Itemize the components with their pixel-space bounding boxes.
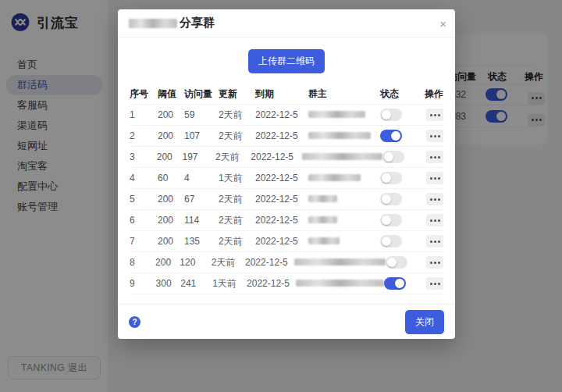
cell-expires: 2022-12-5 xyxy=(255,130,308,141)
toggle-knob xyxy=(382,237,391,246)
cell-owner xyxy=(308,130,380,141)
cell-visits: 241 xyxy=(180,278,212,289)
upload-row: 上传群二维码 xyxy=(118,49,455,73)
row-actions-button[interactable] xyxy=(426,151,443,163)
upload-qr-button[interactable]: 上传群二维码 xyxy=(248,49,325,73)
cell-actions xyxy=(425,172,443,184)
row-actions-button[interactable] xyxy=(426,256,443,269)
cell-index: 2 xyxy=(130,130,158,141)
cell-updated: 1天前 xyxy=(219,172,255,185)
col-header-index: 序号 xyxy=(130,87,158,101)
cell-threshold: 200 xyxy=(158,194,184,205)
cell-owner xyxy=(308,215,380,226)
redacted-owner-name xyxy=(308,111,365,118)
table-row: 9 300 241 1天前 2022-12-5 xyxy=(130,273,443,294)
cell-actions xyxy=(425,235,443,248)
cell-index: 1 xyxy=(130,109,158,120)
row-actions-button[interactable] xyxy=(426,235,443,248)
toggle-knob xyxy=(387,258,397,267)
status-toggle[interactable] xyxy=(380,109,402,121)
status-toggle[interactable] xyxy=(380,172,402,184)
cell-actions xyxy=(426,277,443,290)
cell-status xyxy=(380,235,425,248)
cell-visits: 67 xyxy=(184,194,219,205)
cell-actions xyxy=(425,151,443,163)
cell-owner xyxy=(308,236,380,247)
cell-updated: 2天前 xyxy=(219,193,255,206)
row-actions-button[interactable] xyxy=(426,109,443,121)
cell-expires: 2022-12-5 xyxy=(255,173,308,184)
redacted-owner-name xyxy=(302,153,382,160)
redacted-owner-name xyxy=(308,237,340,244)
modal-title: 分享群 xyxy=(129,16,215,30)
cell-visits: 4 xyxy=(184,173,219,184)
cell-updated: 2天前 xyxy=(219,109,255,122)
ellipsis-icon xyxy=(430,156,432,159)
toggle-knob xyxy=(384,152,393,162)
close-icon[interactable]: × xyxy=(439,17,446,29)
share-group-modal: 分享群 × 上传群二维码 序号 阈值 访问量 更新 到期 群主 状态 操作 1 … xyxy=(118,9,455,339)
cell-owner xyxy=(296,278,384,289)
toggle-knob xyxy=(382,216,391,225)
cell-index: 3 xyxy=(130,151,157,162)
redacted-owner-name xyxy=(296,280,384,287)
modal-table-body: 1 200 59 2天前 2022-12-5 2 200 107 2天前 202… xyxy=(130,105,443,294)
cell-expires: 2022-12-5 xyxy=(247,278,296,289)
row-actions-button[interactable] xyxy=(426,130,443,142)
status-toggle[interactable] xyxy=(380,193,402,205)
col-header-actions: 操作 xyxy=(425,87,443,101)
table-row: 5 200 67 2天前 2022-12-5 xyxy=(130,189,443,210)
redacted-owner-name xyxy=(308,174,361,181)
cell-updated: 2天前 xyxy=(212,256,245,269)
cell-threshold: 300 xyxy=(156,278,181,289)
cell-index: 7 xyxy=(130,236,158,247)
row-actions-button[interactable] xyxy=(426,193,443,205)
cell-expires: 2022-12-5 xyxy=(245,257,294,268)
table-row: 2 200 107 2天前 2022-12-5 xyxy=(130,126,443,147)
table-row: 7 200 135 2天前 2022-12-5 xyxy=(130,231,443,252)
ellipsis-icon xyxy=(430,177,432,180)
cell-actions xyxy=(425,193,443,205)
table-row: 3 200 197 2天前 2022-12-5 xyxy=(130,147,443,168)
modal-title-text: 分享群 xyxy=(180,16,215,30)
cell-visits: 114 xyxy=(184,215,219,226)
cell-index: 8 xyxy=(130,257,155,268)
cell-threshold: 200 xyxy=(157,151,183,162)
cell-index: 9 xyxy=(130,278,156,289)
toggle-knob xyxy=(382,110,391,119)
ellipsis-icon xyxy=(430,198,432,201)
cell-visits: 135 xyxy=(184,236,219,247)
cell-actions xyxy=(425,109,443,121)
status-toggle[interactable] xyxy=(386,256,407,269)
cell-status xyxy=(386,256,426,269)
status-toggle[interactable] xyxy=(380,130,402,142)
cell-updated: 2天前 xyxy=(219,130,255,143)
cell-threshold: 200 xyxy=(158,236,184,247)
cell-visits: 59 xyxy=(184,109,219,120)
modal-header: 分享群 × xyxy=(118,9,455,37)
toggle-knob xyxy=(382,173,391,183)
cell-status xyxy=(380,214,425,226)
table-row: 1 200 59 2天前 2022-12-5 xyxy=(130,105,443,126)
status-toggle[interactable] xyxy=(382,151,404,163)
cell-visits: 197 xyxy=(183,151,215,162)
toggle-knob xyxy=(395,279,404,288)
cell-index: 6 xyxy=(130,215,158,226)
status-toggle[interactable] xyxy=(384,277,406,290)
row-actions-button[interactable] xyxy=(426,172,443,184)
col-header-owner: 群主 xyxy=(308,87,380,101)
cell-expires: 2022-12-5 xyxy=(255,109,308,120)
row-actions-button[interactable] xyxy=(426,214,443,226)
close-button[interactable]: 关闭 xyxy=(405,310,444,334)
table-row: 4 60 4 1天前 2022-12-5 xyxy=(130,168,443,189)
help-icon[interactable]: ? xyxy=(129,316,140,328)
status-toggle[interactable] xyxy=(380,235,402,248)
ellipsis-icon xyxy=(430,219,432,222)
cell-visits: 107 xyxy=(184,130,219,141)
table-row: 8 200 120 2天前 2022-12-5 xyxy=(130,252,443,273)
row-actions-button[interactable] xyxy=(426,277,443,290)
status-toggle[interactable] xyxy=(380,214,402,226)
cell-expires: 2022-12-5 xyxy=(255,215,308,226)
cell-threshold: 200 xyxy=(158,130,184,141)
col-header-updated: 更新 xyxy=(219,87,255,101)
